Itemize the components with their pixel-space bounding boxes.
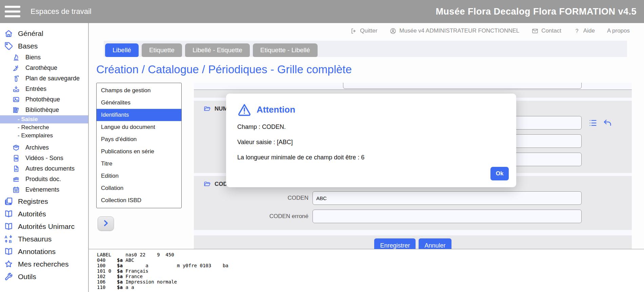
field-group-item[interactable]: Edition xyxy=(97,170,181,182)
photo-icon xyxy=(12,96,20,103)
marc-record-view: LABEL nas0 22 9 450040 $a ABC100 $a a m … xyxy=(89,249,644,292)
open-book-icon xyxy=(4,247,13,256)
sidebar-item-carotheque[interactable]: Carothèque xyxy=(0,63,88,73)
sidebar-item-videos-sons[interactable]: Vidéos - Sons xyxy=(0,153,88,163)
utilbar-item-user[interactable]: Musée v4 ADMINISTRATEUR FONCTIONNEL xyxy=(389,27,519,35)
utilbar-item-quitter[interactable]: Quitter xyxy=(350,27,377,35)
sidebar-item-produits-doc[interactable]: Produits doc. xyxy=(0,174,88,184)
sidebar-item-autorites[interactable]: Autorités xyxy=(0,208,88,220)
stack-icon xyxy=(12,175,20,183)
marc-line: 040 $a ABC xyxy=(97,257,644,263)
sidebar-item-annotations[interactable]: Annotations xyxy=(0,245,88,258)
utilbar-item-aide[interactable]: ?Aide xyxy=(573,27,595,35)
expand-panel-button[interactable] xyxy=(98,216,114,231)
svg-text:?: ? xyxy=(576,28,579,34)
text-field[interactable] xyxy=(343,83,582,89)
sidebar-item-evenements[interactable]: Evènements xyxy=(0,184,88,195)
marc-line: 100 $a a m y0fre 0103 ba xyxy=(97,263,644,268)
sidebar-item-label: Vidéos - Sons xyxy=(25,155,63,162)
sidebar-item-exemplaires[interactable]: - Exemplaires xyxy=(0,132,88,140)
field-group-item[interactable]: Collation xyxy=(97,182,181,194)
tab-2[interactable]: Etiquette xyxy=(142,43,182,57)
utilbar-item-contact[interactable]: Contact xyxy=(531,27,561,35)
sidebar-item-label: Autres documents xyxy=(25,165,75,172)
sidebar-item-biens[interactable]: Biens xyxy=(0,52,88,63)
sidebar-item-thesaurus[interactable]: ABThesaurus xyxy=(0,233,88,245)
carrot-icon xyxy=(12,64,20,72)
sidebar-item-label: Annotations xyxy=(18,248,56,256)
chevron-right-icon xyxy=(101,219,110,229)
field-group-item[interactable]: Généralites xyxy=(97,97,181,109)
registers-icon xyxy=(4,197,13,206)
sidebar-item-recherche[interactable]: - Recherche xyxy=(0,123,88,132)
marc-line: 102 $a France xyxy=(97,274,644,279)
marc-line: 106 $a Impression normale xyxy=(97,279,644,285)
field-group-item[interactable]: Identifiants xyxy=(97,109,181,121)
sidebar-item-label: Carothèque xyxy=(25,64,57,72)
sidebar: GénéralBasesBiensCarothèquePlan de sauve… xyxy=(0,23,89,292)
sidebar-item-label: Mes recherches xyxy=(18,260,68,268)
utility-bar: QuitterMusée v4 ADMINISTRATEUR FONCTIONN… xyxy=(89,23,644,39)
svg-text:B: B xyxy=(9,239,12,244)
sidebar-item-bases[interactable]: Bases xyxy=(0,40,88,52)
sidebar-item-label: Plan de sauvegarde xyxy=(25,75,80,82)
tag-icon xyxy=(4,41,13,51)
sidebar-item-label: Autorités Unimarc xyxy=(18,222,75,231)
field-group-item[interactable]: Langue du document xyxy=(97,121,181,133)
folder-icon xyxy=(203,105,211,113)
field-group-item[interactable]: Titre xyxy=(97,158,181,170)
video-file-icon xyxy=(12,154,20,162)
sidebar-item-label: - Recherche xyxy=(18,124,49,131)
marc-line: 110 $a a a xyxy=(97,285,644,290)
sidebar-item-mes-recherches[interactable]: Mes recherches xyxy=(0,258,88,270)
sidebar-item-registres[interactable]: Registres xyxy=(0,195,88,208)
calendar-icon xyxy=(12,186,20,194)
logout-icon xyxy=(350,27,357,35)
knight-icon xyxy=(12,54,20,61)
hamburger-menu-icon[interactable] xyxy=(5,6,20,17)
tab-1[interactable]: Libellé xyxy=(105,43,139,57)
sidebar-item-autres-documents[interactable]: Autres documents xyxy=(0,163,88,174)
sidebar-item-plan-de-sauvegarde[interactable]: Plan de sauvegarde xyxy=(0,73,88,84)
sidebar-item-general[interactable]: Général xyxy=(0,27,88,40)
field-group-item[interactable]: Champs de gestion xyxy=(97,84,181,97)
sidebar-item-entrees[interactable]: Entrées xyxy=(0,84,88,94)
sidebar-item-bibliotheque[interactable]: Bibliothèque xyxy=(0,105,88,115)
sidebar-item-label: - Saisie xyxy=(18,116,38,123)
open-book-icon xyxy=(4,222,13,231)
mail-icon xyxy=(531,27,539,35)
marc-line: LABEL nas0 22 9 450 xyxy=(97,252,644,257)
sidebar-item-outils[interactable]: Outils xyxy=(0,270,88,283)
coden-input[interactable] xyxy=(313,191,582,205)
coden-errone-label: CODEN erroné xyxy=(194,213,313,220)
undo-icon[interactable] xyxy=(603,118,612,128)
sidebar-item-label: Général xyxy=(18,30,43,38)
dialog-line: La longueur minimale de ce champ doit êt… xyxy=(237,154,508,161)
sidebar-item-saisie[interactable]: - Saisie xyxy=(0,115,88,123)
field-group-item[interactable]: Collection ISBD xyxy=(97,194,181,207)
sidebar-item-archives[interactable]: Archives xyxy=(0,142,88,153)
section-label: NUM xyxy=(215,105,228,112)
tab-4[interactable]: Etiquette - Libellé xyxy=(253,43,318,57)
list-picker-icon[interactable] xyxy=(588,118,598,128)
page-title: Création / Catalogue / Périodiques - Gri… xyxy=(96,63,644,76)
open-book-icon xyxy=(4,209,13,218)
field-group-item[interactable]: Pays d'édition xyxy=(97,133,181,145)
field-group-item[interactable]: Publications en série xyxy=(97,145,181,158)
coden-label: CODEN xyxy=(194,195,313,201)
star-icon xyxy=(4,259,13,269)
fire-extinguisher-icon xyxy=(12,75,20,82)
tab-3[interactable]: Libellé - Etiquette xyxy=(185,43,250,57)
section-label: COD xyxy=(215,181,227,188)
ok-button[interactable]: Ok xyxy=(490,167,509,180)
inbox-download-icon xyxy=(12,85,20,93)
coden-errone-input[interactable] xyxy=(313,210,582,223)
sidebar-item-phototheque[interactable]: Photothèque xyxy=(0,94,88,105)
folder-icon xyxy=(203,180,211,188)
sidebar-item-autorites-unimarc[interactable]: Autorités Unimarc xyxy=(0,220,88,233)
utilbar-item-label: Aide xyxy=(583,27,595,34)
utilbar-item-a-propos[interactable]: A propos xyxy=(607,27,630,34)
utilbar-item-label: Contact xyxy=(541,27,561,34)
sidebar-item-label: Bibliothèque xyxy=(25,106,59,114)
sidebar-item-label: Produits doc. xyxy=(25,176,61,183)
